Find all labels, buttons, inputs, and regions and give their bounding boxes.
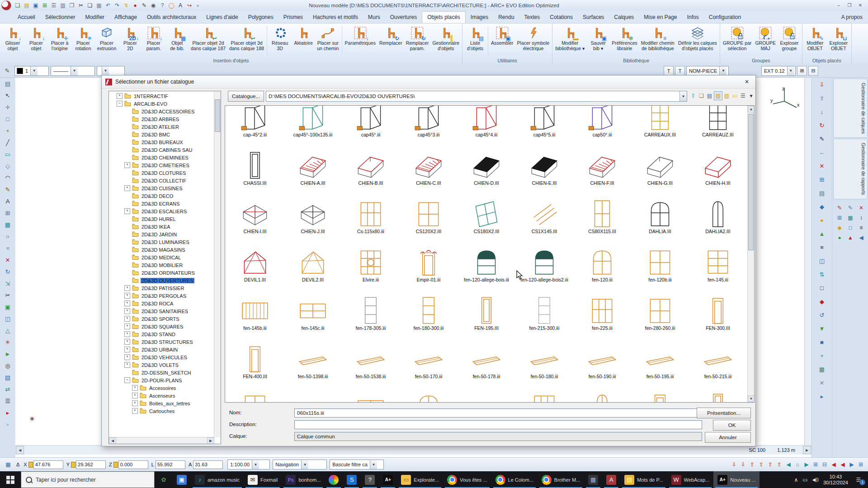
toolbar-overflow-icon[interactable]: ▾ xyxy=(197,3,199,8)
right-tool-a-18[interactable]: ▼ xyxy=(816,323,828,334)
ribbon-button-placer-objet[interactable]: ↓Placerobjet xyxy=(24,24,48,58)
ribbon-button-objet-de-bib-[interactable]: ▦Objetde bib. xyxy=(165,24,189,58)
ribbon-button-placer-param-[interactable]: ↓Placerparam. xyxy=(142,24,165,58)
canvas-vertical-scrollbar[interactable] xyxy=(804,78,811,446)
tree-item-2d-3d-cuisines[interactable]: +2D&3D CUISINES xyxy=(109,184,214,192)
right-tool-a-8[interactable]: ▤ xyxy=(816,187,828,199)
ribbon-button-placer-rotation[interactable]: ✳Placerrotation xyxy=(71,24,95,58)
catalogue-item-cs1x145-iii[interactable]: CS1X145.III xyxy=(515,187,573,235)
ribbon-button-pr-f-rences-librairie[interactable]: ✻Préférenceslibrairie xyxy=(610,24,639,58)
left-tool-icon-28[interactable]: ▸ xyxy=(2,407,13,418)
taskbar-app-blues[interactable]: S xyxy=(343,471,361,488)
catalogue-item-carreaux-iii[interactable]: CARREAUX.III xyxy=(631,105,689,139)
coordinate-value-l[interactable]: 55.992 xyxy=(156,460,185,469)
scroll-left-icon[interactable]: ◀ xyxy=(16,446,24,454)
catalogue-item-fen-145b-iii[interactable]: fen-145b.iii xyxy=(226,284,284,332)
catalogue-item-fen-120b-iii[interactable]: fen-120b.iii xyxy=(631,235,689,284)
right-tool-a-22[interactable]: ✕ xyxy=(816,377,828,389)
status-tool-icon-4[interactable]: ⇧ xyxy=(766,460,775,469)
collapse-icon[interactable]: − xyxy=(124,377,130,383)
left-tool-icon-19[interactable]: ▣ xyxy=(2,301,13,312)
tab-outils-architecturaux[interactable]: Outils architecturaux xyxy=(142,12,201,23)
ribbon-button-liste-d-objets[interactable]: ▤Listed'objets xyxy=(463,24,487,58)
grid-toggle-icon[interactable]: ⊞ xyxy=(797,66,807,76)
catalogue-item-fen-225-iii[interactable]: fen-225.iii xyxy=(573,284,631,332)
tab-affichage[interactable]: Affichage xyxy=(109,12,142,23)
catalogue-item-partial[interactable] xyxy=(284,380,342,403)
ribbon-button-sauver-bib-[interactable]: ▣Sauverbib ▾ xyxy=(586,24,610,58)
grid-status-icon[interactable]: ▦ xyxy=(3,459,14,470)
stop-icon[interactable]: ● xyxy=(131,1,139,9)
expand-icon[interactable]: + xyxy=(132,385,138,391)
cut-icon[interactable]: ✂ xyxy=(77,1,85,9)
start-button[interactable] xyxy=(0,471,21,488)
tree-item-2d-3d-accessoires[interactable]: +2D&3D ACCESSOIRES xyxy=(109,108,214,115)
open-file-icon[interactable]: ▤ xyxy=(23,1,31,9)
lock-icon[interactable] xyxy=(28,462,33,468)
catalogue-item-cs-115x80-iii[interactable]: Cs-115x80.iii xyxy=(342,187,400,235)
taskbar-app-explorate-[interactable]: ▭Explorate... xyxy=(397,471,443,488)
right-tool-a-14[interactable]: ⇅ xyxy=(816,268,828,280)
book-view-icon[interactable]: ▤ xyxy=(706,92,713,100)
left-tool-icon-25[interactable]: ▧ xyxy=(2,372,13,383)
expand-icon[interactable]: + xyxy=(124,362,130,368)
catalogue-item-cap50-iii[interactable]: cap50°.iii xyxy=(573,105,631,139)
taskbar-app-darkgrid[interactable]: ▦ xyxy=(584,471,602,488)
tree-item-2d-3d-mobilier[interactable]: +2D&3D MOBILIER xyxy=(109,261,214,269)
expand-icon[interactable]: + xyxy=(124,293,130,299)
catalogue-item-fen-50-190-iii[interactable]: fen-50-190.iii xyxy=(573,332,631,380)
catalogue-item-fen-280-260-iii[interactable]: fen-280-260.iii xyxy=(631,284,689,332)
tab-infos[interactable]: Infos xyxy=(682,12,704,23)
taskbar-search[interactable]: Taper ici pour rechercher xyxy=(21,471,155,488)
tree-item-boites-aux-lettres[interactable]: +Boites_aux_lettres xyxy=(109,399,214,407)
ribbon-button-placer-extrusion[interactable]: Placerextrusion xyxy=(95,24,118,58)
status-tool-icon-13[interactable]: ▶ xyxy=(847,460,856,469)
coordinate-value-y[interactable]: 29.362 xyxy=(76,460,106,469)
catalogue-item-cap-45-2-iii[interactable]: cap-45°2.iii xyxy=(226,105,284,139)
tree-item-arcalib-evo[interactable]: −ARCALIB-EVO xyxy=(109,100,214,108)
folder-up-icon[interactable]: ▧ xyxy=(723,92,731,100)
taskbar-app-vous-tes-[interactable]: Vous êtes ... xyxy=(443,471,491,488)
catalogue-item-partial[interactable] xyxy=(689,380,747,403)
catalogue-item-carreauz-iii[interactable]: CARREAUZ.III xyxy=(689,105,747,139)
taskbar-clock[interactable]: 10:43 30/12/2024 xyxy=(823,474,848,486)
dialog-title-bar[interactable]: Sélectionner un fichier catalogue ✕ xyxy=(102,75,755,89)
navigation-combo[interactable]: Navigation ▼ xyxy=(273,460,327,469)
tree-item-2d-3d-atelier[interactable]: +2D&3D ATELIER xyxy=(109,123,214,131)
catalogue-item-fen-120-allege-bois-iii[interactable]: fen-120-allege-bois.iii xyxy=(458,235,515,284)
undo-icon[interactable]: ↶ xyxy=(104,1,112,9)
catalogue-item-fen-400-iii[interactable]: FEN-400.III xyxy=(226,332,284,380)
tree-item-2d-3d-cimetieres[interactable]: +2D&3D CIMETIERES xyxy=(109,161,214,169)
expand-icon[interactable]: + xyxy=(124,347,130,352)
tree-item-2d-3d-hurel[interactable]: +2D&3D HUREL xyxy=(109,215,214,223)
ribbon-button-glisser-objet[interactable]: ↓Glisserobjet xyxy=(1,24,24,58)
tab-configuration[interactable]: Configuration xyxy=(704,12,746,23)
left-tool-icon-23[interactable]: ► xyxy=(2,348,13,359)
left-tool-icon-14[interactable]: ≈ xyxy=(2,243,13,253)
taskbar-app-le-colom-[interactable]: Le Colom... xyxy=(491,471,538,488)
tab-hachures-et-motifs[interactable]: Hachures et motifs xyxy=(308,12,363,23)
catalogue-item-dahlia-iii[interactable]: DAHLIA.III xyxy=(631,187,689,235)
highlight-icon[interactable]: ◯ xyxy=(167,1,175,9)
catalogue-item-cap45-iii[interactable]: cap45°.iii xyxy=(342,105,400,139)
close-icon[interactable]: ✕ xyxy=(855,2,865,9)
catalogue-item-fen-120-iii[interactable]: fen-120.iii xyxy=(573,235,631,284)
save-icon[interactable]: ▣ xyxy=(32,1,40,9)
tree-item-2d-pour-plans[interactable]: −2D-POUR-PLANS xyxy=(109,376,214,384)
expand-icon[interactable]: + xyxy=(124,300,130,306)
right-tool-a-23[interactable]: ▸ xyxy=(816,390,828,402)
catalogue-item-chien-e-iii[interactable]: CHIEN-E.III xyxy=(515,139,573,187)
left-tool-icon-26[interactable]: ⇄ xyxy=(2,384,13,394)
tab-s-lectionner[interactable]: Sélectionner xyxy=(40,12,80,23)
right-tool-b-10[interactable]: ▲ xyxy=(845,233,856,243)
ribbon-button-modifier-biblioth-que-[interactable]: ▬Modifierbibliothèque ▾ xyxy=(553,24,586,58)
right-tool-a-12[interactable]: ≡ xyxy=(816,241,828,253)
tree-item-2d-3d-ikea[interactable]: +2D&3D IKEA xyxy=(109,223,214,230)
tray-chevron-icon[interactable]: ∧ xyxy=(794,477,798,483)
tree-item-2d-3d-volets[interactable]: +2D&3D VOLETS xyxy=(109,361,214,369)
status-tool-icon-2[interactable]: ⇧ xyxy=(748,460,757,469)
catalogue-item-chien-h-iii[interactable]: CHIEN-H.III xyxy=(689,139,747,187)
ribbon-button-remplacer[interactable]: ↻Remplacer xyxy=(377,24,404,58)
catalogue-item-cap45-100x135-iii[interactable]: cap45°-100x135.iii xyxy=(284,105,342,139)
text-style-button-2[interactable]: T xyxy=(675,66,685,76)
